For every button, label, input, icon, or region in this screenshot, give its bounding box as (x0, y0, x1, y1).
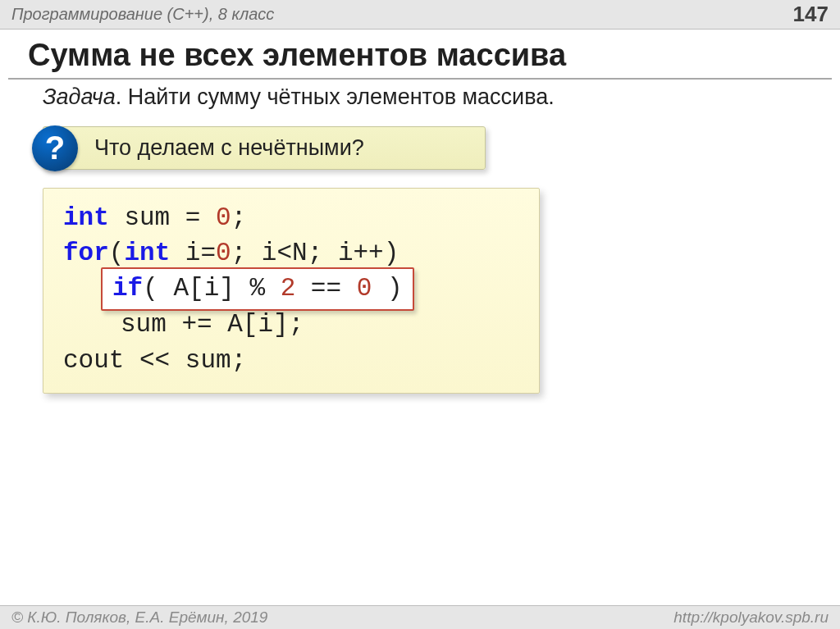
header-bar: Программирование (C++), 8 класс 147 (0, 0, 840, 30)
title-divider (8, 78, 832, 80)
callout-text: Что делаем с нечётными? (94, 135, 364, 160)
highlighted-condition: if( A[i] % 2 == 0 ) (101, 267, 414, 311)
code-line-1: int sum = 0; (63, 200, 523, 235)
task-body: . Найти сумму чётных элементов массива. (116, 84, 555, 109)
code-line-4: sum += A[i]; (63, 307, 523, 342)
course-label: Программирование (C++), 8 класс (11, 5, 274, 24)
code-line-5: cout << sum; (63, 343, 523, 378)
question-mark-icon: ? (45, 130, 65, 166)
code-line-2: for(int i=0; i<N; i++) (63, 235, 523, 271)
question-badge: ? (32, 125, 78, 171)
callout-bar: ? Что делаем с нечётными? (43, 126, 486, 170)
task-text: Задача. Найти сумму чётных элементов мас… (43, 84, 840, 110)
footer-bar: © К.Ю. Поляков, Е.А. Ерёмин, 2019 http:/… (0, 605, 840, 629)
code-block: int sum = 0; for(int i=0; i<N; i++) sum … (43, 188, 540, 394)
copyright: © К.Ю. Поляков, Е.А. Ерёмин, 2019 (11, 608, 267, 627)
page-number: 147 (793, 2, 829, 27)
footer-url: http://kpolyakov.spb.ru (673, 608, 829, 627)
question-callout: ? Что делаем с нечётными? (43, 126, 486, 170)
task-label: Задача (43, 84, 116, 109)
slide-title: Сумма не всех элементов массива (28, 38, 840, 73)
